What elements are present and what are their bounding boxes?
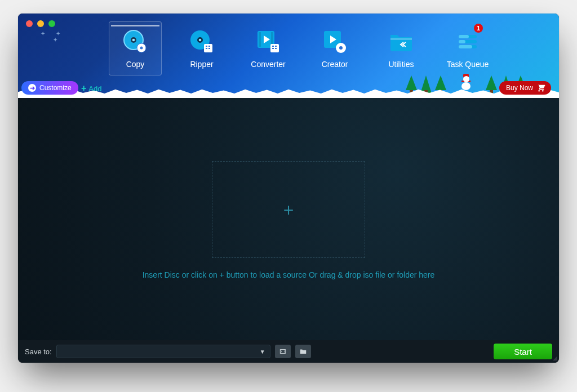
svg-point-27 (339, 46, 343, 50)
footer-bar: Save to: ▼ Start ◢ (18, 340, 559, 363)
header: ✦ ✦ ✦ Copy Ripper (18, 14, 559, 98)
svg-rect-10 (204, 44, 212, 52)
svg-rect-12 (208, 46, 210, 47)
nav-label: Utilities (377, 60, 425, 69)
svg-rect-28 (390, 38, 412, 40)
svg-point-0 (124, 30, 143, 50)
resize-grip[interactable]: ◢ (553, 355, 557, 361)
utilities-icon (388, 28, 415, 55)
buy-label: Buy Now (506, 84, 533, 92)
start-label: Start (514, 347, 532, 357)
svg-point-1 (124, 30, 143, 50)
nav-utilities[interactable]: Utilities (377, 25, 425, 73)
nav-creator[interactable]: Creator (310, 25, 359, 73)
close-window-button[interactable] (26, 20, 33, 27)
svg-rect-34 (459, 45, 472, 48)
decoration-stars: ✦ ✦ ✦ (41, 30, 65, 43)
nav-label: Copy (111, 60, 159, 69)
main-nav: Copy Ripper Converter Creator (111, 25, 492, 73)
disc-ripper-icon (188, 28, 215, 55)
task-queue-badge: 1 (474, 24, 483, 33)
add-button[interactable]: + Add (81, 83, 101, 93)
dropzone-hint: Insert Disc or click on + button to load… (18, 270, 559, 279)
window-controls (26, 20, 55, 27)
start-button[interactable]: Start (494, 344, 552, 359)
svg-rect-19 (270, 44, 279, 52)
folder-icon (299, 348, 307, 355)
arrow-right-icon: ➜ (28, 84, 36, 92)
nav-label: Ripper (177, 60, 226, 69)
customize-label: Customize (39, 84, 72, 92)
svg-point-9 (199, 39, 202, 42)
nav-converter[interactable]: Converter (244, 25, 292, 73)
svg-point-5 (137, 43, 146, 52)
plus-icon: + (81, 83, 86, 93)
svg-rect-11 (206, 46, 207, 47)
minimize-window-button[interactable] (37, 20, 44, 27)
movie-icon (279, 348, 287, 355)
svg-point-4 (137, 43, 146, 52)
nav-label: Creator (310, 60, 359, 69)
save-to-dropdown[interactable]: ▼ (56, 345, 270, 358)
customize-button[interactable]: ➜ Customize (21, 81, 78, 95)
disc-copy-icon (122, 28, 149, 55)
chevron-down-icon: ▼ (260, 349, 265, 355)
plus-icon: ＋ (280, 198, 297, 221)
browse-folder-button[interactable] (295, 345, 311, 358)
nav-ripper[interactable]: Ripper (177, 25, 226, 73)
main-area: ＋ Insert Disc or click on + button to lo… (18, 98, 559, 340)
svg-point-3 (132, 39, 135, 42)
creator-icon (321, 28, 348, 55)
svg-rect-14 (208, 48, 210, 49)
nav-label: Task Queue (443, 60, 492, 69)
svg-rect-13 (206, 48, 207, 49)
svg-rect-22 (272, 48, 274, 49)
add-label: Add (88, 84, 101, 93)
nav-label: Converter (244, 60, 292, 69)
svg-rect-23 (275, 48, 277, 49)
svg-rect-32 (459, 35, 469, 38)
svg-point-2 (131, 37, 136, 43)
nav-task-queue[interactable]: 1 Task Queue (443, 25, 492, 73)
svg-rect-33 (459, 40, 465, 43)
svg-point-6 (140, 47, 143, 50)
cart-icon (536, 83, 545, 92)
svg-rect-16 (259, 32, 261, 47)
source-dropzone[interactable]: ＋ (212, 161, 365, 258)
svg-rect-21 (275, 46, 277, 47)
buy-now-button[interactable]: Buy Now (499, 81, 551, 95)
output-info-button[interactable] (275, 345, 291, 358)
decoration-snowman (460, 74, 472, 90)
converter-icon (255, 28, 282, 55)
app-window: ✦ ✦ ✦ Copy Ripper (18, 14, 559, 363)
save-to-label: Save to: (25, 348, 52, 356)
maximize-window-button[interactable] (48, 20, 55, 27)
svg-rect-20 (272, 46, 274, 47)
nav-copy[interactable]: Copy (111, 25, 159, 73)
